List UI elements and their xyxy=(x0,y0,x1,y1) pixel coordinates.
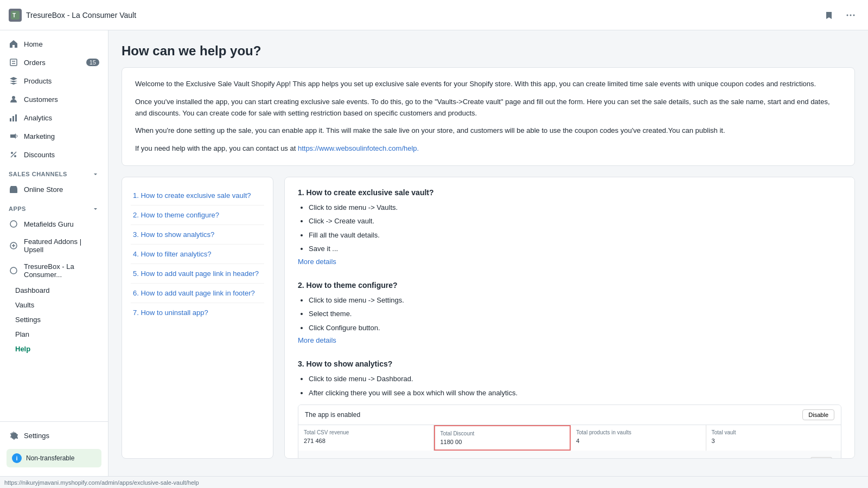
help-label: Help xyxy=(15,345,30,353)
sidebar-item-tresurebox[interactable]: TresureBox - La Consumer... xyxy=(0,258,108,283)
svg-rect-16 xyxy=(10,188,17,193)
faq-item-2[interactable]: 2. How to theme configure? xyxy=(131,206,264,225)
faq-item-4[interactable]: 4. How to filter analytics? xyxy=(131,245,264,264)
online-store-label: Online Store xyxy=(24,185,63,194)
faq-item-3[interactable]: 3. How to show analytics? xyxy=(131,225,264,245)
svg-point-3 xyxy=(850,14,852,16)
svg-rect-5 xyxy=(10,59,17,66)
svg-point-4 xyxy=(853,14,855,16)
statusbar: https://nikuryjmavani.myshopify.com/admi… xyxy=(0,476,868,488)
sidebar-item-analytics[interactable]: Analytics xyxy=(0,108,108,127)
metafields-icon xyxy=(9,219,18,229)
orders-icon xyxy=(9,57,18,67)
sidebar-item-customers[interactable]: Customers xyxy=(0,90,108,108)
metric-discount: Total Discount 1180 00 xyxy=(434,425,571,451)
faq-item-6[interactable]: 6. How to add vault page link in footer? xyxy=(131,284,264,303)
analytics-icon xyxy=(9,113,18,123)
faq-section-2-title: 2. How to theme configure? xyxy=(298,281,841,290)
faq-2-bullet-2: Select theme. xyxy=(309,309,841,319)
metric-csv-revenue-value: 271 468 xyxy=(304,438,428,444)
sidebar-item-home[interactable]: Home xyxy=(0,35,108,53)
faq-item-7[interactable]: 7. How to uninstall app? xyxy=(131,303,264,322)
sales-channels-label: Sales channels xyxy=(0,164,108,180)
sidebar-item-home-label: Home xyxy=(24,40,43,48)
sidebar-item-discounts[interactable]: Discounts xyxy=(0,145,108,164)
faq-section-1: 1. How to create exclusive sale vault? C… xyxy=(298,188,841,266)
sidebar: Home Orders 15 Products xyxy=(0,30,108,476)
info-icon: i xyxy=(12,453,22,463)
gear-icon xyxy=(9,431,18,440)
statusbar-url: https://nikuryjmavani.myshopify.com/admi… xyxy=(4,479,199,486)
store-icon xyxy=(9,184,18,194)
sidebar-item-customers-label: Customers xyxy=(24,95,58,104)
topbar: T TresureBox - La Consumer Vault xyxy=(0,0,868,30)
svg-point-13 xyxy=(11,152,13,154)
app-logo: T xyxy=(9,9,22,22)
faq-2-bullet-1: Click to side menu -> Settings. xyxy=(309,295,841,306)
products-icon xyxy=(9,76,18,86)
svg-point-2 xyxy=(847,14,848,16)
faq-list-card: 1. How to create exclusive sale vault? 2… xyxy=(122,177,273,459)
orders-badge: 15 xyxy=(86,59,99,66)
non-transferable-badge: i Non-transferable xyxy=(7,449,101,467)
metric-products-label: Total products in vaults xyxy=(576,429,700,435)
analytics-enabled-text: The app is enabled xyxy=(305,411,360,419)
svg-point-19 xyxy=(10,267,17,274)
filter-button[interactable]: Filter xyxy=(810,457,832,459)
sidebar-item-orders[interactable]: Orders 15 xyxy=(0,53,108,72)
analytics-metrics-row: Total CSV revenue 271 468 Total Discount… xyxy=(298,425,841,451)
sidebar-item-metafields[interactable]: Metafields Guru xyxy=(0,215,108,233)
intro-para-2: Once you've installed the app, you can s… xyxy=(135,97,841,119)
sidebar-settings-btn[interactable]: Settings xyxy=(0,426,108,445)
svg-point-8 xyxy=(12,96,15,99)
svg-point-14 xyxy=(14,155,16,157)
metric-products: Total products in vaults 4 xyxy=(571,425,706,451)
faq-2-more-details[interactable]: More details xyxy=(298,336,841,344)
bookmark-icon[interactable] xyxy=(820,7,838,24)
metric-csv-revenue-label: Total CSV revenue xyxy=(304,429,428,435)
sidebar-sub-vaults[interactable]: Vaults xyxy=(0,298,108,312)
sidebar-item-marketing[interactable]: Marketing xyxy=(0,127,108,145)
plan-label: Plan xyxy=(15,330,29,338)
main-content: How can we help you? Welcome to the Excl… xyxy=(108,30,868,476)
metric-csv-revenue: Total CSV revenue 271 468 xyxy=(298,425,434,451)
metafields-label: Metafields Guru xyxy=(24,220,74,228)
marketing-icon xyxy=(9,131,18,141)
faq-section-3-title: 3. How to show analytics? xyxy=(298,359,841,368)
metric-discount-label: Total Discount xyxy=(441,431,565,436)
faq-section-2: 2. How to theme configure? Click to side… xyxy=(298,281,841,345)
settings-sub-label: Settings xyxy=(15,316,41,324)
analytics-chart-area: All Vault report Filter Est revenue tota… xyxy=(298,451,841,459)
more-options-icon[interactable] xyxy=(842,7,859,24)
sidebar-nav: Home Orders 15 Products xyxy=(0,30,108,421)
home-icon xyxy=(9,39,18,49)
faq-1-more-details[interactable]: More details xyxy=(298,258,841,266)
discounts-icon xyxy=(9,150,18,159)
settings-label: Settings xyxy=(24,432,49,440)
faq-1-bullet-1: Click to side menu -> Vaults. xyxy=(309,202,841,213)
faq-section-3: 3. How to show analytics? Click to side … xyxy=(298,359,841,459)
sidebar-sub-dashboard[interactable]: Dashboard xyxy=(0,283,108,298)
faq-section-1-title: 1. How to create exclusive sale vault? xyxy=(298,188,841,197)
non-transferable-text: Non-transferable xyxy=(26,454,74,462)
sidebar-item-products[interactable]: Products xyxy=(0,72,108,90)
contact-link[interactable]: https://www.websoulinfotech.com/help. xyxy=(298,144,419,152)
help-intro-card: Welcome to the Exclusive Sale Vault Shop… xyxy=(122,67,855,166)
disable-button[interactable]: Disable xyxy=(802,409,834,420)
sidebar-item-discounts-label: Discounts xyxy=(24,151,55,159)
metric-vault-value: 3 xyxy=(712,438,836,444)
intro-para-1: Welcome to the Exclusive Sale Vault Shop… xyxy=(135,79,841,90)
sidebar-sub-settings[interactable]: Settings xyxy=(0,312,108,327)
svg-rect-10 xyxy=(12,116,14,121)
intro-para-4: If you need help with the app, you can c… xyxy=(135,143,841,155)
faq-1-bullet-2: Click -> Create vault. xyxy=(309,216,841,227)
sidebar-item-featured-addons[interactable]: Featured Addons | Upsell xyxy=(0,233,108,258)
sidebar-item-marketing-label: Marketing xyxy=(24,132,55,140)
sidebar-item-online-store[interactable]: Online Store xyxy=(0,180,108,198)
faq-item-1[interactable]: 1. How to create exclusive sale vault? xyxy=(131,186,264,206)
metric-vault-label: Total vault xyxy=(712,429,836,435)
sidebar-sub-help[interactable]: Help xyxy=(0,342,108,356)
sidebar-sub-plan[interactable]: Plan xyxy=(0,327,108,342)
sidebar-bottom: Settings i Non-transferable xyxy=(0,421,108,476)
faq-item-5[interactable]: 5. How to add vault page link in header? xyxy=(131,264,264,284)
